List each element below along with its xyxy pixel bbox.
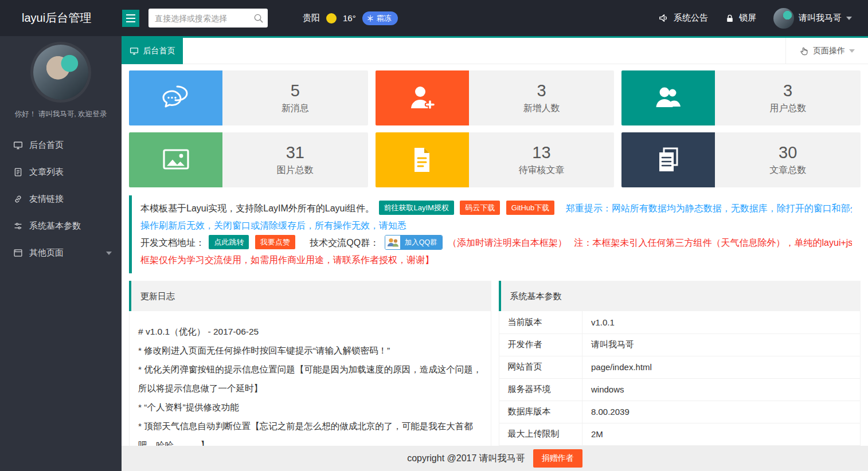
sidebar-item-links[interactable]: 友情链接 xyxy=(0,186,122,213)
stat-card-total-images: 31 图片总数 xyxy=(129,132,368,187)
stat-card-total-users: 3 用户总数 xyxy=(621,70,861,125)
speaker-icon xyxy=(658,13,669,23)
stat-value: 31 xyxy=(286,143,304,162)
image-icon xyxy=(161,145,191,175)
sidebar-greeting: 你好！ 请叫我马哥, 欢迎登录 xyxy=(0,109,122,119)
changelog-panel: 更新日志 # v1.0.1（优化） - 2017-06-25 * 修改刚进入页面… xyxy=(129,281,491,446)
chat-icon xyxy=(161,83,191,113)
chevron-down-icon xyxy=(846,17,852,20)
copyright-text: copyright @2017 请叫我马哥 xyxy=(407,453,525,465)
stat-card-new-users: 3 新增人数 xyxy=(376,70,615,125)
stat-label: 新消息 xyxy=(281,103,309,115)
chevron-down-icon xyxy=(849,49,855,53)
notice-warning-blue: 郑重提示：网站所有数据均为静态数据，无数据库，除打开的窗口和部分小改动外所有 xyxy=(566,203,852,213)
stat-value: 30 xyxy=(779,143,797,162)
gitee-download-button[interactable]: 码云下载 xyxy=(460,201,500,215)
stat-card-total-articles: 30 文章总数 xyxy=(621,132,861,187)
tab-bar: 后台首页 页面操作 xyxy=(122,38,868,64)
top-header: layui后台管理 贵阳 16° 霜冻 系统公告 锁屏 请叫我马哥 xyxy=(0,0,868,36)
chevron-down-icon xyxy=(106,252,112,255)
hamburger-menu-button[interactable] xyxy=(122,10,139,27)
docs-jump-button[interactable]: 点此跳转 xyxy=(209,235,249,249)
hamburger-icon xyxy=(126,14,135,15)
notice-red-note-3: 框架仅作为学习交流使用，如需用作商业用途，请联系作者授权，谢谢】 xyxy=(140,255,434,265)
weather-widget: 贵阳 16° 霜冻 xyxy=(303,0,398,36)
layim-auth-button[interactable]: 前往获取LayIM授权 xyxy=(379,201,454,215)
search-icon[interactable] xyxy=(253,13,264,26)
changelog-line: * 优化关闭弹窗按钮的提示信息位置问题【可能是因为加载速度的原因，造成这个问题，… xyxy=(138,360,482,398)
table-row: 服务器环境 windows xyxy=(499,378,861,401)
join-qq-group-button[interactable]: 加入QQ群 xyxy=(385,235,443,250)
changelog-line: * 修改刚进入页面无任何操作时按回车键提示“请输入解锁密码！” xyxy=(138,341,482,360)
stat-value: 13 xyxy=(532,143,550,162)
stat-value: 3 xyxy=(537,81,546,100)
notice-red-note: （添加时请注明来自本框架） xyxy=(448,238,567,248)
stat-value: 3 xyxy=(783,81,792,100)
notice-text: 本模板基于Layui实现，支持除LayIM外所有的Layui组件。 xyxy=(140,203,374,213)
link-icon xyxy=(13,194,23,204)
frost-icon xyxy=(367,15,374,22)
settings-icon xyxy=(13,221,23,231)
tab-dashboard[interactable]: 后台首页 xyxy=(122,38,183,64)
sidebar-avatar[interactable] xyxy=(33,45,88,100)
stat-label: 图片总数 xyxy=(277,164,314,176)
system-announcement-button[interactable]: 系统公告 xyxy=(658,13,708,23)
sidebar-item-sysparams[interactable]: 系统基本参数 xyxy=(0,213,122,240)
document-icon xyxy=(407,145,437,175)
lock-icon xyxy=(725,14,734,23)
table-row: 开发作者 请叫我马哥 xyxy=(499,333,861,356)
github-download-button[interactable]: GitHub下载 xyxy=(506,201,554,215)
documents-icon xyxy=(654,145,683,175)
weather-temp: 16° xyxy=(343,13,356,23)
user-menu[interactable]: 请叫我马哥 xyxy=(773,8,852,29)
monitor-icon xyxy=(130,46,139,56)
sidebar-item-home[interactable]: 后台首页 xyxy=(0,132,122,159)
lock-screen-button[interactable]: 锁屏 xyxy=(725,13,756,23)
sysparams-panel: 系统基本参数 当前版本 v1.0.1 开发作者 请叫我马哥 网站首页 page/… xyxy=(499,281,861,446)
article-icon xyxy=(13,167,23,177)
user-avatar xyxy=(773,8,794,29)
stats-cards: 5 新消息 3 新增人数 3 用户总数 xyxy=(129,70,861,187)
quick-search xyxy=(148,9,268,28)
page-actions-dropdown[interactable]: 页面操作 xyxy=(785,38,868,64)
stat-card-pending-articles: 13 待审核文章 xyxy=(376,132,615,187)
notice-block: 本模板基于Layui实现，支持除LayIM外所有的Layui组件。 前往获取La… xyxy=(129,195,861,273)
monitor-icon xyxy=(13,140,23,150)
hand-pointer-icon xyxy=(799,46,809,56)
notice-red-note-2: 注：本框架未引入任何第三方组件（天气信息除外），单纯的layui+js实现的各种… xyxy=(574,238,852,248)
changelog-line: * 顶部天气信息自动判断位置【忘记之前是怎么想的做成北京的了，可能是我在大首都吧… xyxy=(138,417,482,446)
docs-address-label: 开发文档地址： xyxy=(140,238,205,248)
like-button[interactable]: 我要点赞 xyxy=(255,235,295,249)
stat-value: 5 xyxy=(291,81,300,100)
sysparams-table: 当前版本 v1.0.1 开发作者 请叫我马哥 网站首页 page/index.h… xyxy=(499,311,861,446)
sidebar-item-other-pages[interactable]: 其他页面 xyxy=(0,240,122,266)
stat-label: 文章总数 xyxy=(769,164,806,176)
users-icon xyxy=(654,83,683,113)
sidebar: 你好！ 请叫我马哥, 欢迎登录 后台首页 文章列表 友情链接 系统基本参数 其他… xyxy=(0,36,122,471)
sysparams-title: 系统基本参数 xyxy=(499,281,861,311)
weather-condition-badge: 霜冻 xyxy=(362,11,398,25)
weather-city: 贵阳 xyxy=(303,13,320,23)
notice-warning-blue-2: 操作刷新后无效，关闭窗口或清除缓存后，所有操作无效，请知悉 xyxy=(140,221,406,230)
table-row: 网站首页 page/index.html xyxy=(499,356,861,378)
changelog-body: # v1.0.1（优化） - 2017-06-25 * 修改刚进入页面无任何操作… xyxy=(129,311,491,446)
sysparams-body: 当前版本 v1.0.1 开发作者 请叫我马哥 网站首页 page/index.h… xyxy=(499,311,861,446)
header-actions: 系统公告 锁屏 请叫我马哥 xyxy=(658,0,852,36)
app-title: layui后台管理 xyxy=(22,0,91,36)
main-content: 5 新消息 3 新增人数 3 用户总数 xyxy=(122,65,868,446)
footer: copyright @2017 请叫我马哥 捐赠作者 xyxy=(122,446,868,471)
stat-label: 用户总数 xyxy=(769,103,806,115)
donate-button[interactable]: 捐赠作者 xyxy=(533,449,582,468)
changelog-title: 更新日志 xyxy=(129,281,491,311)
table-row: 数据库版本 8.00.2039 xyxy=(499,401,861,423)
search-input[interactable] xyxy=(148,9,268,28)
sidebar-menu: 后台首页 文章列表 友情链接 系统基本参数 其他页面 xyxy=(0,132,122,266)
stat-card-new-messages: 5 新消息 xyxy=(129,70,368,125)
table-row: 当前版本 v1.0.1 xyxy=(499,311,861,333)
user-add-icon xyxy=(407,83,437,113)
panels-row: 更新日志 # v1.0.1（优化） - 2017-06-25 * 修改刚进入页面… xyxy=(129,281,861,446)
sun-icon xyxy=(326,13,337,23)
sidebar-item-articles[interactable]: 文章列表 xyxy=(0,159,122,186)
qq-group-label: 技术交流QQ群： xyxy=(310,238,379,248)
stat-label: 待审核文章 xyxy=(518,164,564,176)
